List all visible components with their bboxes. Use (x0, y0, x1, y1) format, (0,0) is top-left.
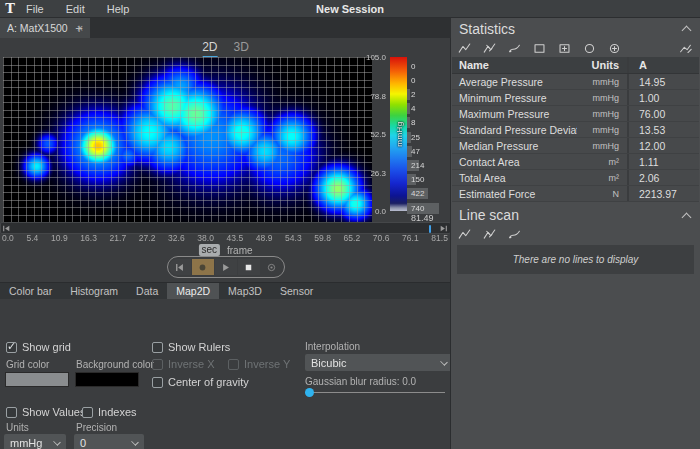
freehand-line-icon[interactable] (507, 41, 521, 55)
slider-handle[interactable] (305, 388, 314, 397)
units-dropdown[interactable]: mmHg (4, 434, 66, 449)
statistics-toolbar (457, 41, 621, 55)
histogram-count-row: 8 (409, 117, 415, 129)
colorbar-unit-label: mmHg (394, 121, 403, 147)
statistics-title: Statistics (459, 21, 515, 37)
stat-units: mmHg (577, 141, 627, 151)
stat-name: Minimum Pressure (452, 92, 577, 104)
checkbox-label: Inverse Y (244, 358, 290, 370)
mode-sec-button[interactable]: sec (198, 244, 220, 256)
column-a: A (627, 57, 699, 73)
settings-tab-color-bar[interactable]: Color bar (0, 283, 61, 299)
time-axis-tick: 27.2 (139, 233, 156, 243)
settings-tab-map2d[interactable]: Map2D (167, 283, 219, 299)
slider-track[interactable] (305, 392, 445, 393)
skip-to-start-button[interactable] (169, 259, 191, 275)
collapse-statistics-icon[interactable] (682, 26, 692, 36)
statistics-row: Contact Aream²1.11 (452, 154, 699, 170)
interpolation-dropdown[interactable]: Bicubic (305, 354, 453, 371)
polyline-markers-icon[interactable] (482, 41, 496, 55)
background-color-swatch[interactable] (75, 372, 139, 387)
units-value: mmHg (10, 437, 42, 449)
ellipse-center-icon[interactable] (607, 41, 621, 55)
interpolation-label: Interpolation (305, 341, 360, 352)
add-tab-button[interactable]: + (70, 18, 88, 38)
ellipse-icon[interactable] (582, 41, 596, 55)
colorbar-tick-label: 105.0 (352, 53, 386, 62)
pressure-map-canvas[interactable] (3, 57, 372, 222)
tab-2d[interactable]: 2D (202, 40, 217, 58)
map-view-area: 2D 3D 105.078.852.526.30.0 mmHg 00248254… (0, 38, 451, 449)
polyline-markers-icon[interactable] (482, 227, 496, 241)
menu-help[interactable]: Help (107, 3, 130, 15)
grid-color-swatch[interactable] (5, 372, 69, 387)
time-axis-tick: 43.5 (227, 233, 244, 243)
histogram-count-row: 0 (409, 74, 415, 86)
rectangle-center-icon[interactable] (557, 41, 571, 55)
statistics-row: Estimated ForceN2213.97 (452, 186, 699, 202)
statistics-row: Total Aream²2.06 (452, 170, 699, 186)
tab-3d[interactable]: 3D (234, 40, 249, 58)
checkbox-box (228, 359, 239, 370)
precision-dropdown[interactable]: 0 (74, 434, 144, 449)
colorbar-gradient[interactable]: mmHg (390, 57, 407, 211)
app-logo[interactable]: T (0, 1, 20, 16)
column-units: Units (577, 59, 627, 71)
interpolation-value: Bicubic (311, 357, 346, 369)
settings-tab-sensor[interactable]: Sensor (271, 283, 322, 299)
rectangle-icon[interactable] (532, 41, 546, 55)
checkbox-label: Show grid (22, 341, 71, 353)
statistics-table-body: Average PressuremmHg14.95Minimum Pressur… (452, 74, 699, 202)
play-button[interactable] (215, 259, 237, 275)
colorbar-tick-label: 26.3 (352, 169, 386, 178)
histogram-count-row: 4 (409, 103, 415, 115)
histogram-count-row: 47 (409, 145, 420, 157)
settings-tab-map3d[interactable]: Map3D (219, 283, 271, 299)
histogram-count-row: 214 (409, 159, 424, 171)
settings-tab-data[interactable]: Data (127, 283, 167, 299)
histogram-count-row: 150 (409, 174, 424, 186)
chevron-down-icon (131, 438, 139, 446)
polyline-icon[interactable] (457, 227, 471, 241)
colorbar-histogram: 002482547214150422740 (409, 60, 449, 210)
checkbox-box (152, 377, 163, 388)
freehand-line-icon[interactable] (507, 227, 521, 241)
mode-frame-button[interactable]: frame (227, 245, 253, 256)
polyline-icon[interactable] (457, 41, 471, 55)
menu-edit[interactable]: Edit (66, 3, 85, 15)
chevron-down-icon (440, 358, 448, 366)
linescan-empty-message: There are no lines to display (513, 254, 639, 265)
stop-button[interactable] (238, 259, 260, 275)
timeline-skip-end-icon[interactable] (439, 224, 449, 233)
record-button[interactable] (192, 259, 214, 275)
statistics-row: Median PressuremmHg12.00 (452, 138, 699, 154)
settings-tab-histogram[interactable]: Histogram (61, 283, 127, 299)
indexes-checkbox[interactable]: Indexes (82, 406, 137, 418)
linescan-title: Line scan (459, 207, 519, 223)
loop-button[interactable] (261, 259, 283, 275)
show-values-checkbox[interactable]: Show Values (6, 406, 85, 418)
menu-file[interactable]: File (26, 3, 44, 15)
center-of-gravity-checkbox[interactable]: Center of gravity (152, 376, 249, 388)
timeline-position-marker[interactable] (429, 225, 431, 233)
precision-value: 0 (80, 437, 86, 449)
configure-statistics-icon[interactable] (678, 41, 692, 55)
collapse-linescan-icon[interactable] (682, 213, 692, 223)
stat-units: m² (577, 157, 627, 167)
window-title: New Session (316, 3, 384, 15)
stat-value: 12.00 (627, 138, 699, 153)
histogram-count-row: 2 (409, 88, 415, 100)
inverse-x-checkbox: Inverse X (152, 358, 214, 370)
timeline-skip-start-icon[interactable] (2, 224, 12, 233)
histogram-count-row: 25 (409, 131, 420, 143)
precision-label: Precision (76, 422, 117, 433)
right-panel: Statistics Name Units A Average Pressure… (451, 18, 700, 449)
show-rulers-checkbox[interactable]: Show Rulers (152, 341, 230, 353)
gaussian-blur-slider[interactable] (305, 388, 445, 397)
show-grid-checkbox[interactable]: Show grid (6, 341, 71, 353)
checkbox-label: Indexes (98, 406, 137, 418)
map2d-settings-panel: Show grid Grid color Background color Sh… (0, 299, 451, 449)
time-axis-tick: 10.9 (51, 233, 68, 243)
checkbox-box (152, 342, 163, 353)
statistics-table-header: Name Units A (452, 57, 699, 74)
